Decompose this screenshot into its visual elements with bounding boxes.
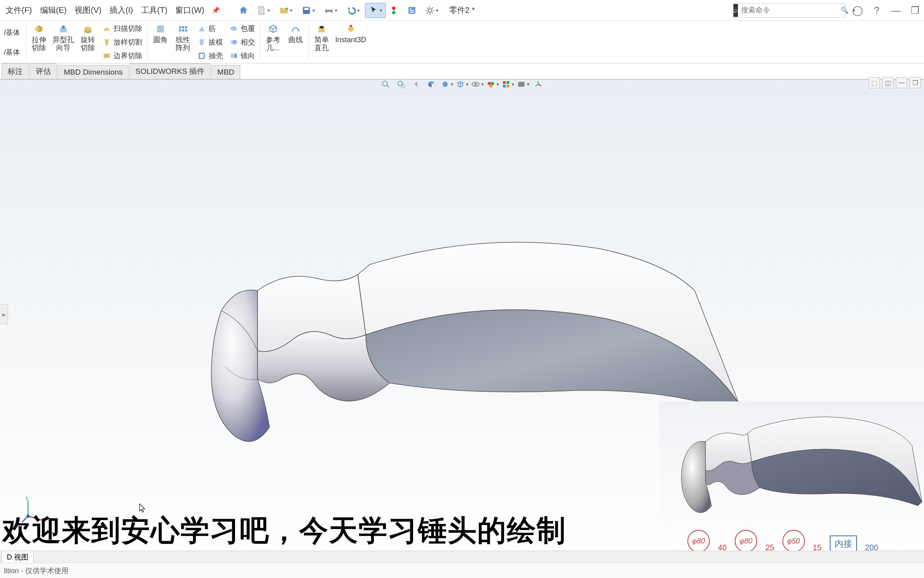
restore-icon[interactable]: ❐ — [908, 3, 922, 18]
zoom-fit-icon[interactable] — [379, 77, 393, 92]
render-icon[interactable]: ▾ — [516, 77, 530, 92]
revolve-cut-button[interactable]: 旋转 切除 — [77, 22, 99, 63]
menu-view[interactable]: 视图(V) — [71, 3, 105, 17]
svg-rect-35 — [507, 81, 509, 84]
menu-edit[interactable]: 编辑(E) — [36, 3, 71, 17]
quick-access-toolbar: ▾ ▾ ▾ ▾ ▾ ▾ ▾ — [236, 3, 442, 18]
ref-geom-button[interactable]: 参考 几... — [262, 22, 284, 63]
view-toolbar: ▾ ▾ ▾ ▾ ▾ ▾ — [377, 75, 547, 93]
tab-evaluate[interactable]: 评估 — [30, 63, 57, 79]
view-orientation-icon[interactable]: ▾ — [440, 77, 454, 92]
svg-point-23 — [233, 40, 237, 45]
hide-show-icon[interactable]: ▾ — [470, 77, 484, 92]
svg-point-25 — [320, 26, 324, 28]
mirror-button[interactable]: 镜向 — [226, 49, 258, 63]
viewport-expand-icon[interactable]: ⬚ — [869, 77, 880, 88]
minimize-icon[interactable]: — — [889, 3, 903, 18]
boss-base-button-2[interactable]: /基体 — [1, 43, 23, 63]
intersect-button[interactable]: 相交 — [226, 35, 258, 49]
menu-file[interactable]: 文件(F) — [2, 3, 36, 17]
tab-mbd-dimensions[interactable]: MBD Dimensions — [58, 65, 129, 79]
svg-rect-7 — [409, 8, 411, 9]
svg-rect-14 — [179, 26, 181, 28]
svg-rect-19 — [185, 29, 187, 31]
options-button[interactable] — [404, 3, 419, 18]
svg-rect-0 — [304, 8, 308, 10]
annotation-circle-3: φ50 — [782, 530, 805, 552]
svg-rect-9 — [409, 12, 414, 12]
menu-bar: 文件(F) 编辑(E) 视图(V) 插入(I) 工具(T) 窗口(W) 📌 ▾ … — [0, 0, 924, 21]
scene-icon[interactable]: ▾ — [500, 77, 515, 92]
search-input[interactable] — [738, 6, 837, 14]
search-magnify-icon[interactable]: 🔍 — [837, 6, 852, 14]
svg-point-21 — [231, 26, 237, 31]
hole-wizard-button[interactable]: 异型孔 向导 — [50, 22, 77, 63]
svg-rect-28 — [402, 85, 405, 88]
tab-solidworks-addins[interactable]: SOLIDWORKS 插件 — [130, 63, 211, 79]
help-icon[interactable]: ? — [869, 3, 884, 18]
status-text: lition - 仅供学术使用 — [4, 566, 69, 576]
svg-rect-2 — [326, 7, 331, 10]
open-button[interactable]: ▾ — [275, 3, 296, 18]
linear-pattern-button[interactable]: 线性 阵列 — [172, 22, 194, 63]
svg-rect-36 — [503, 85, 506, 88]
boss-base-button[interactable]: /基体 — [1, 22, 23, 43]
instant3d-button[interactable]: Instant3D — [333, 22, 369, 63]
undo-button[interactable]: ▾ — [342, 3, 363, 18]
print-button[interactable]: ▾ — [320, 3, 341, 18]
settings-button[interactable]: ▾ — [421, 3, 442, 18]
svg-point-10 — [428, 8, 432, 12]
svg-rect-34 — [503, 81, 506, 84]
svg-point-4 — [392, 6, 395, 10]
rib-button[interactable]: 筋 — [194, 22, 226, 35]
select-button[interactable]: ▾ — [365, 3, 386, 18]
document-title: 零件2 * — [449, 5, 475, 16]
curves-button[interactable]: 曲线 — [284, 22, 307, 63]
svg-point-13 — [84, 27, 91, 31]
fillet-button[interactable]: 圆角 — [149, 22, 172, 63]
rebuild-button[interactable] — [387, 3, 403, 18]
section-view-icon[interactable] — [424, 77, 439, 92]
viewport-tile-icon[interactable]: ◫ — [882, 77, 894, 88]
tab-annotate[interactable]: 标注 — [2, 63, 29, 79]
annotation-circle-2: φ80 — [735, 530, 757, 552]
draft-button[interactable]: 拔模 — [194, 35, 226, 49]
extrude-cut-button[interactable]: 拉伸 切除 — [28, 22, 50, 63]
appearance-icon[interactable]: ▾ — [485, 77, 500, 92]
zoom-area-icon[interactable] — [394, 77, 408, 92]
home-button[interactable] — [236, 3, 251, 18]
viewport[interactable]: ▾ ▾ ▾ ▾ ▾ ▾ ⬚ ◫ — ❐ ▸ — [0, 79, 924, 578]
menu-tools[interactable]: 工具(T) — [137, 3, 172, 17]
svg-point-5 — [392, 11, 395, 14]
bottom-tab-3dview[interactable]: D 视图 — [2, 551, 34, 564]
search-prefix-icon: ⌕ — [734, 4, 738, 17]
user-icon[interactable]: ◯ — [850, 3, 865, 18]
svg-rect-38 — [518, 82, 525, 87]
triad-toggle-icon[interactable] — [531, 77, 545, 92]
save-button[interactable]: ▾ — [298, 3, 318, 18]
menu-insert[interactable]: 插入(I) — [105, 3, 137, 17]
bottom-tab-row: D 视图 — [0, 551, 924, 563]
sweep-cut-button[interactable]: 扫描切除 — [99, 22, 146, 35]
svg-point-26 — [383, 81, 387, 86]
svg-point-33 — [489, 84, 492, 88]
svg-text:y: y — [26, 496, 28, 501]
tab-mbd[interactable]: MBD — [211, 65, 240, 79]
wrap-button[interactable]: 包覆 — [226, 22, 258, 35]
svg-rect-18 — [182, 29, 184, 31]
mini-preview: φ80 40 φ80 25 φ50 15 内接 200 — [659, 401, 924, 554]
pin-icon[interactable]: 📌 — [212, 6, 220, 14]
svg-rect-17 — [179, 29, 181, 31]
boundary-cut-button[interactable]: 边界切除 — [99, 49, 146, 63]
previous-view-icon[interactable] — [409, 77, 424, 92]
loft-cut-button[interactable]: 放样切割 — [99, 35, 146, 49]
viewport-maximize-icon[interactable]: ❐ — [910, 77, 921, 88]
shell-button[interactable]: 抽壳 — [194, 49, 226, 63]
simple-hole-button[interactable]: 简单 直孔 — [310, 22, 333, 63]
svg-rect-8 — [409, 10, 414, 10]
new-button[interactable]: ▾ — [253, 3, 274, 18]
display-style-icon[interactable]: ▾ — [455, 77, 469, 92]
search-box[interactable]: ⌕ 🔍 ▾ — [733, 3, 845, 18]
viewport-minimize-icon[interactable]: — — [896, 77, 907, 88]
menu-window[interactable]: 窗口(W) — [171, 3, 208, 17]
